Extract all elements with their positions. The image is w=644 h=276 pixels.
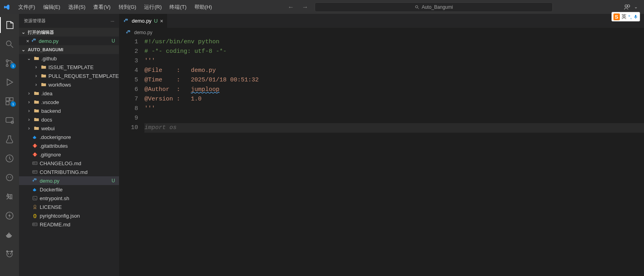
- tree-item-label: entrypoint.sh: [40, 195, 69, 201]
- open-editor-item[interactable]: × demo.py U: [19, 37, 119, 45]
- activity-search-icon[interactable]: [0, 36, 19, 52]
- activity-zhihu-icon[interactable]: 知: [0, 189, 19, 205]
- tree-file[interactable]: entrypoint.sh: [19, 194, 119, 203]
- svg-point-0: [415, 6, 418, 8]
- tree-item-label: .vscode: [41, 99, 59, 105]
- folder-icon: [33, 90, 40, 97]
- activity-copilot-icon[interactable]: [0, 170, 19, 185]
- activity-debug-icon[interactable]: [0, 74, 19, 90]
- activity-thunder-icon[interactable]: [0, 208, 19, 224]
- docker-file-icon: [32, 134, 38, 140]
- menu-file[interactable]: 文件(F): [15, 2, 38, 12]
- menu-edit[interactable]: 编辑(E): [40, 2, 63, 12]
- tree-folder[interactable]: › PULL_REQUEST_TEMPLATE: [19, 71, 119, 80]
- activity-panda-icon[interactable]: [0, 246, 19, 262]
- titlebar: 文件(F) 编辑(E) 选择(S) 查看(V) 转到(G) 运行(R) 终端(T…: [0, 0, 644, 14]
- folder-icon: [40, 64, 47, 70]
- lic-file-icon: [32, 204, 38, 210]
- chevron-down-icon[interactable]: ⌄: [634, 4, 638, 10]
- md-file-icon: [32, 221, 38, 228]
- tree-item-label: LICENSE: [40, 204, 62, 210]
- menu-terminal[interactable]: 终端(T): [166, 2, 190, 12]
- tree-file[interactable]: .dockerignore: [19, 133, 119, 141]
- accounts-icon[interactable]: [624, 4, 631, 11]
- folder-icon: [33, 55, 40, 62]
- folder-icon: [40, 81, 47, 88]
- activity-remote-icon[interactable]: [0, 112, 19, 128]
- svg-line-6: [11, 45, 13, 48]
- git-status: U: [111, 178, 115, 183]
- code-editor[interactable]: 12345678910 #!/usr/bin/env python# -*- c…: [119, 37, 644, 276]
- main-layout: 1 1 知 资源管理器: [0, 14, 644, 276]
- tree-item-label: pyrightconfig.json: [40, 213, 80, 219]
- command-center[interactable]: Auto_Bangumi: [315, 2, 553, 12]
- vscode-logo-icon: [3, 4, 10, 11]
- activity-explorer-icon[interactable]: [0, 17, 19, 33]
- menu-run[interactable]: 运行(R): [141, 2, 165, 12]
- tree-file[interactable]: {} pyrightconfig.json: [19, 211, 119, 220]
- activity-extensions-icon[interactable]: 1: [0, 93, 19, 109]
- chevron-right-icon: ›: [26, 91, 32, 96]
- tree-folder[interactable]: › .idea: [19, 89, 119, 98]
- tab-demo-py[interactable]: demo.py U ×: [119, 14, 167, 28]
- breadcrumb-file: demo.py: [134, 30, 152, 35]
- ime-punct-icon: °,: [628, 14, 632, 20]
- line-number-gutter: 12345678910: [119, 37, 144, 276]
- folder-icon: [33, 99, 40, 105]
- svg-point-7: [6, 60, 8, 62]
- tree-file[interactable]: README.md: [19, 220, 119, 229]
- tree-file[interactable]: demo.py U: [19, 176, 119, 185]
- tree-file[interactable]: CONTRIBUTING.md: [19, 168, 119, 176]
- folder-icon: [33, 125, 40, 131]
- menu-help[interactable]: 帮助(H): [191, 2, 215, 12]
- open-editor-name: demo.py: [39, 38, 59, 44]
- git-file-icon: [32, 143, 38, 149]
- tree-item-label: README.md: [40, 222, 70, 228]
- activity-timeline-icon[interactable]: [0, 151, 19, 166]
- svg-point-18: [8, 177, 9, 178]
- activity-scm-icon[interactable]: 1: [0, 55, 19, 71]
- open-editors-label: 打开的编辑器: [28, 29, 54, 35]
- svg-point-40: [128, 31, 128, 31]
- activity-test-icon[interactable]: [0, 131, 19, 147]
- menu-goto[interactable]: 转到(G): [115, 2, 140, 12]
- svg-rect-4: [635, 15, 636, 17]
- open-editors-header[interactable]: ⌄ 打开的编辑器: [19, 28, 119, 37]
- svg-marker-10: [7, 79, 13, 85]
- tree-folder[interactable]: › ISSUE_TEMPLATE: [19, 63, 119, 71]
- menu-view[interactable]: 查看(V): [90, 2, 113, 12]
- tree-folder[interactable]: › backend: [19, 106, 119, 115]
- tree-folder[interactable]: › docs: [19, 115, 119, 124]
- activitybar: 1 1 知: [0, 14, 19, 276]
- tree-file[interactable]: CHANGELOG.md: [19, 159, 119, 168]
- chevron-right-icon: ›: [26, 125, 32, 131]
- menu-select[interactable]: 选择(S): [65, 2, 88, 12]
- nav-back-icon[interactable]: ←: [286, 4, 296, 11]
- chevron-right-icon: ›: [33, 64, 39, 70]
- ime-indicator[interactable]: S 英 °,: [611, 12, 640, 21]
- svg-line-1: [417, 8, 419, 9]
- sh-file-icon: [32, 195, 38, 201]
- ime-lang: 英: [621, 13, 627, 20]
- nav-forward-icon[interactable]: →: [300, 4, 310, 11]
- sidebar-more-icon[interactable]: ···: [111, 19, 114, 23]
- chevron-down-icon: ⌄: [26, 56, 32, 61]
- tree-item-label: webui: [41, 125, 55, 131]
- tree-folder-github[interactable]: ⌄ .github: [19, 54, 119, 63]
- tree-file[interactable]: .gitignore: [19, 150, 119, 159]
- tab-label: demo.py: [132, 18, 152, 24]
- breadcrumb[interactable]: demo.py: [119, 28, 644, 37]
- activity-docker-icon[interactable]: [0, 227, 19, 243]
- close-icon[interactable]: ×: [26, 38, 29, 44]
- tree-folder[interactable]: › workflows: [19, 80, 119, 89]
- tree-file[interactable]: .gitattributes: [19, 141, 119, 150]
- command-center-text: Auto_Bangumi: [422, 4, 453, 10]
- tabs: demo.py U ×: [119, 14, 644, 28]
- folder-icon: [33, 108, 40, 114]
- close-icon[interactable]: ×: [160, 18, 163, 24]
- tree-file[interactable]: Dockerfile: [19, 185, 119, 194]
- workspace-header[interactable]: ⌄ AUTO_BANGUMI: [19, 45, 119, 54]
- tree-folder[interactable]: › webui: [19, 124, 119, 133]
- tree-file[interactable]: LICENSE: [19, 203, 119, 211]
- tree-folder[interactable]: › .vscode: [19, 98, 119, 106]
